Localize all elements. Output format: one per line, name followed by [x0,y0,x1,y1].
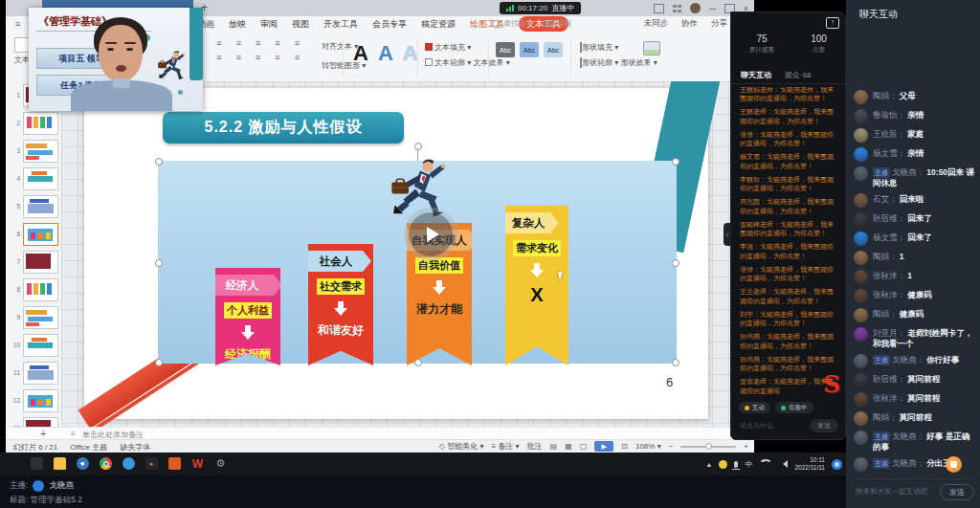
clock[interactable]: 10:11 2022/11/11 [794,456,825,472]
ime-indicator[interactable]: 中 [745,459,752,470]
user-avatar[interactable] [854,308,868,322]
hamburger-menu-icon[interactable]: ≡ [15,19,20,29]
user-avatar[interactable] [854,411,868,426]
notification-icon[interactable] [832,459,842,470]
paragraph-tool-icon[interactable]: ≡ [295,54,310,62]
settings-gear-icon[interactable]: ⚙ [214,457,227,470]
streamer-send-button[interactable]: 发送 [810,419,838,432]
user-avatar[interactable] [854,193,868,208]
account-avatar[interactable] [690,3,701,13]
chat-input[interactable]: 快来和大家一起互动吧 [852,487,927,497]
slide-sheet[interactable]: 5.2.2 激励与人性假设 经济人个人利益经济报酬社会人社交需求和谐友好自我实现… [84,88,708,419]
concept-banner-社会人[interactable]: 社会人社交需求和谐友好 [308,244,373,365]
add-slide-button[interactable]: + [40,428,46,439]
streamer-chat-input[interactable]: 说点儿什么 [740,421,773,431]
slide-sorter-icon[interactable]: ▦ [565,442,572,451]
layout-icon[interactable] [654,4,664,13]
video-play-button[interactable] [409,212,453,256]
streamer-chat-messages[interactable]: 郭志媛老师：戈晓燕老师，我来围观你的直播啦，为你点赞！鲁晓玲：戈晓燕老师，我来围… [740,87,839,395]
zoom-level[interactable]: 108% ▾ [635,442,661,451]
tray-expand-icon[interactable]: ▲ [705,461,712,468]
slide-thumbnail[interactable] [23,278,58,301]
user-avatar[interactable] [854,212,868,227]
user-avatar[interactable] [854,270,868,284]
slide-thumbnail[interactable] [23,334,58,357]
selection-handle[interactable] [155,158,163,166]
user-avatar[interactable] [854,128,868,143]
slide-content-box[interactable]: 经济人个人利益经济报酬社会人社交需求和谐友好自我实现人自我价值潜力才能复杂人需求… [158,161,677,364]
selection-handle[interactable] [672,359,679,366]
apps-grid-icon[interactable] [673,5,681,12]
text-style-chip[interactable]: Abc [496,42,515,57]
text-outline-button[interactable]: 文本轮廓 ▾ 文本效果 ▾ [425,55,510,71]
sync-status-button[interactable]: 未同步 [644,18,669,30]
status-pill[interactable]: 互动 [739,402,770,413]
paragraph-tool-icon[interactable]: ≡ [275,54,290,62]
explorer-icon[interactable] [54,457,66,470]
share-export-icon[interactable]: ↑ [826,17,839,29]
menu-tab[interactable]: 审阅 [260,18,278,31]
pin-app-icon[interactable] [122,457,135,470]
shape-outline-button[interactable]: 形状轮廓 ▾ 形状效果 ▾ [580,55,657,71]
picture-icon[interactable] [643,41,660,55]
chrome-icon[interactable] [100,457,112,470]
fit-icon[interactable]: ⊡ [621,442,628,451]
user-avatar[interactable] [854,289,868,303]
minimize-button[interactable]: ─ [709,4,715,13]
user-avatar[interactable] [854,166,868,181]
menu-tab[interactable]: 视图 [292,18,309,31]
missing-font-warning[interactable]: 缺失字体 [120,442,150,453]
chat-send-button[interactable]: 发送 [940,484,974,500]
tray-app-icon[interactable] [719,460,727,469]
user-avatar[interactable] [854,431,868,445]
microphone-icon[interactable] [734,461,738,468]
beautify-button[interactable]: ◇ 智能美化 ▾ [439,441,484,452]
paragraph-tool-icon[interactable]: ≡ [256,54,271,62]
slide-thumbnail[interactable] [23,167,58,190]
user-avatar[interactable] [854,327,868,342]
volume-icon[interactable] [779,460,788,468]
selection-handle[interactable] [414,359,422,366]
theme-indicator[interactable]: Office 主题 [70,442,107,453]
slide-canvas[interactable]: 5.2.2 激励与人性假设 经济人个人利益经济报酬社会人社交需求和谐友好自我实现… [61,81,754,427]
taskview-icon[interactable] [31,457,43,470]
gift-icon[interactable] [946,456,962,473]
selection-handle[interactable] [672,259,679,267]
share-button[interactable]: 分享 [711,18,727,30]
paragraph-tool-icon[interactable]: ≡ [216,54,232,62]
user-avatar[interactable] [854,354,868,368]
user-avatar[interactable] [854,232,868,246]
user-avatar[interactable] [854,109,868,123]
start-button[interactable] [8,457,20,470]
concept-banner-复杂人[interactable]: 复杂人需求变化X [505,206,568,365]
zoom-out-button[interactable]: − [669,442,674,451]
font-a-outline-icon[interactable]: A [403,39,418,68]
selection-handle[interactable] [155,259,163,267]
user-avatar[interactable] [854,251,868,265]
menu-tab[interactable]: 稿定资源 [421,18,456,31]
menu-tab[interactable]: 放映 [229,18,246,31]
menu-tab[interactable]: 开发工具 [323,18,358,31]
slide-thumbnail[interactable] [23,112,58,135]
text-style-chip[interactable]: Abc [520,42,539,57]
reading-view-icon[interactable]: ▢ [580,442,588,451]
paragraph-tool-icon[interactable]: ≡ [216,39,232,48]
paragraph-tool-icon[interactable]: ≡ [275,39,290,48]
font-size-buttons[interactable]: A A A [353,39,418,68]
user-avatar[interactable] [854,373,868,387]
selection-handle[interactable] [155,359,163,366]
user-avatar[interactable] [854,90,868,104]
slide-thumbnail[interactable] [23,251,58,274]
selection-handle[interactable] [672,158,679,166]
font-a-medium-icon[interactable]: A [378,39,393,68]
comments-button[interactable]: 批注 [527,441,543,452]
user-avatar[interactable] [854,457,868,472]
slide-thumbnail[interactable] [23,223,58,246]
slide-thumbnail[interactable] [23,306,58,329]
slideshow-play-button[interactable]: ▶ [594,441,613,452]
slide-thumbnail[interactable] [23,195,58,218]
status-pill[interactable]: 答题中 [775,402,813,413]
font-a-large-icon[interactable]: A [353,39,368,68]
text-style-chip[interactable]: Abc [544,42,563,57]
notes-toggle-button[interactable]: ≡ 备注 ▾ [491,441,519,452]
